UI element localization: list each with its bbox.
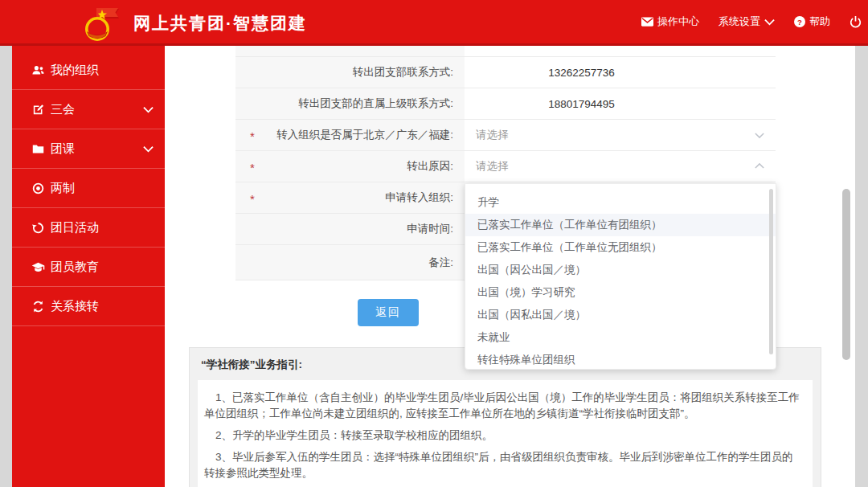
recycle-icon — [31, 221, 45, 235]
app-title: 网上共青团·智慧团建 — [133, 12, 307, 35]
target-icon — [31, 182, 45, 195]
form-row-label: 申请转入组织: — [235, 182, 465, 213]
sidebar-item-my-organization[interactable]: 我的组织 — [12, 51, 165, 90]
graduation-cap-icon — [31, 260, 45, 274]
chevron-down-icon — [143, 145, 154, 153]
form-row-label: 申请时间: — [235, 214, 465, 244]
dropdown-option-highlighted[interactable]: 已落实工作单位（工作单位有团组织） — [465, 214, 776, 236]
logout-power-button[interactable] — [850, 16, 862, 28]
system-settings-menu[interactable]: 系统设置 — [719, 14, 775, 29]
form-row-label: 转入组织是否属于北京／广东／福建: — [235, 120, 465, 150]
dropdown-option[interactable]: 升学 — [465, 191, 776, 214]
form-row-label: 转出团支部的直属上级联系方式: — [235, 88, 465, 119]
sidebar-item-member-education[interactable]: 团员教育 — [12, 248, 165, 287]
form-row-transfer-reason: 转出原因: 请选择 — [235, 151, 776, 182]
dropdown-option[interactable]: 出国（境）学习研究 — [465, 281, 776, 304]
sidebar-item-label: 关系接转 — [51, 299, 154, 314]
chevron-up-icon — [755, 161, 764, 173]
form-row-label: 备注: — [235, 245, 465, 280]
dropdown-option[interactable]: 未就业 — [465, 326, 776, 349]
sidebar-item-label: 团日活动 — [51, 220, 154, 235]
form-row-label: 转出原因: — [235, 151, 465, 182]
sidebar-nav: 我的组织 三会 团课 两制 团日活动 团员教育 关系接转 — [12, 46, 165, 487]
sidebar-item-label: 三会 — [51, 102, 143, 117]
sidebar-item-label: 我的组织 — [51, 63, 154, 78]
folder-icon — [31, 142, 45, 156]
back-button[interactable]: 返回 — [358, 299, 419, 326]
dropdown-option[interactable]: 已落实工作单位（工作单位无团组织） — [465, 236, 776, 259]
transfer-reason-placeholder: 请选择 — [476, 159, 509, 174]
dropdown-option[interactable]: 出国（因公出国／境） — [465, 259, 776, 281]
page-scrollbar[interactable] — [842, 189, 850, 360]
app-window: 网上共青团·智慧团建 操作中心 系统设置 ? 帮助 — [0, 0, 868, 487]
form-row-superior-contact: 转出团支部的直属上级联系方式: 18801794495 — [235, 88, 776, 120]
top-header-bar: 网上共青团·智慧团建 操作中心 系统设置 ? 帮助 — [0, 0, 868, 46]
form-row-branch-contact: 转出团支部联系方式: 13262257736 — [235, 57, 776, 88]
sidebar-item-label: 团课 — [51, 141, 143, 157]
dropdown-scrollbar[interactable] — [769, 189, 773, 354]
sidebar-item-league-class[interactable]: 团课 — [12, 129, 165, 169]
form-row-region-select: 转入组织是否属于北京／广东／福建: 请选择 — [235, 120, 776, 151]
sidebar-item-league-day-activities[interactable]: 团日活动 — [12, 208, 165, 248]
guide-panel-body: 1、已落实工作单位（含自主创业）的毕业学生团员/毕业后因公出国（境）工作的毕业学… — [198, 380, 813, 487]
form-row-label — [235, 46, 465, 56]
system-settings-label: 系统设置 — [719, 14, 760, 29]
question-circle-icon: ? — [794, 16, 805, 27]
transfer-reason-select[interactable]: 请选择 — [465, 151, 776, 182]
chevron-down-icon — [755, 129, 764, 141]
users-icon — [31, 63, 45, 77]
sidebar-item-label: 两制 — [51, 181, 154, 196]
league-emblem-logo — [80, 2, 125, 44]
envelope-icon — [641, 17, 653, 27]
chevron-down-icon — [764, 18, 775, 26]
sidebar-item-relationship-transfer[interactable]: 关系接转 — [12, 287, 165, 326]
form-row-label: 转出团支部联系方式: — [235, 57, 465, 88]
region-select-placeholder: 请选择 — [476, 128, 509, 142]
svg-text:?: ? — [797, 18, 802, 27]
sidebar-item-three-meetings[interactable]: 三会 — [12, 90, 165, 129]
operation-center-link[interactable]: 操作中心 — [641, 14, 699, 29]
superior-contact-value: 18801794495 — [465, 88, 776, 119]
dropdown-option[interactable]: 出国（因私出国／境） — [465, 304, 776, 326]
form-row-clipped — [235, 46, 776, 57]
transfer-reason-dropdown: 升学 已落实工作单位（工作单位有团组织） 已落实工作单位（工作单位无团组织） 出… — [465, 183, 776, 370]
sidebar-item-label: 团员教育 — [51, 260, 154, 275]
guide-item: 2、升学的毕业学生团员：转接至录取学校相应的团组织。 — [204, 428, 800, 444]
form-row-value — [465, 46, 776, 56]
dropdown-option[interactable]: 转往特殊单位团组织 — [465, 349, 776, 370]
help-link[interactable]: ? 帮助 — [794, 14, 830, 29]
help-label: 帮助 — [809, 14, 830, 29]
sync-icon — [31, 300, 45, 313]
region-select[interactable]: 请选择 — [465, 120, 776, 150]
guide-item: 3、毕业后参军入伍的学生团员：选择“特殊单位团组织”后，由省级团组织负责审核。毕… — [204, 449, 800, 481]
power-icon — [850, 16, 862, 28]
branch-contact-value: 13262257736 — [465, 57, 776, 88]
chevron-down-icon — [143, 106, 154, 113]
sidebar-item-two-systems[interactable]: 两制 — [12, 169, 165, 208]
dropdown-notch — [478, 183, 489, 189]
edit-icon — [31, 103, 45, 117]
header-nav: 操作中心 系统设置 ? 帮助 — [641, 0, 862, 43]
operation-center-label: 操作中心 — [657, 14, 699, 29]
guide-item: 1、已落实工作单位（含自主创业）的毕业学生团员/毕业后因公出国（境）工作的毕业学… — [204, 390, 800, 422]
